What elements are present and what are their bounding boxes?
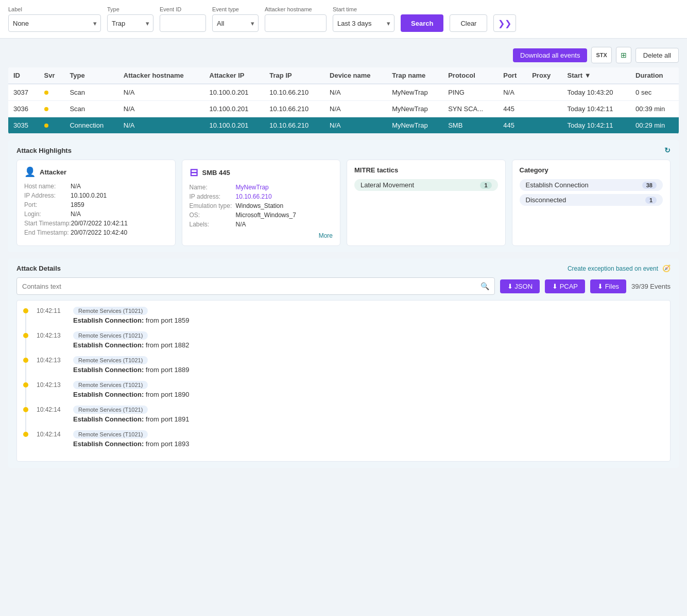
category-card-title: Category [520,166,548,174]
smb-field-row: Emulation type:Windows_Station [190,202,333,209]
label-select[interactable]: None [8,14,101,32]
attack-highlights: Attack Highlights ↻ 👤 Attacker Host name… [8,140,679,252]
cell-attacker_hostname: N/A [118,101,204,117]
cell-protocol: SYN SCA... [443,101,498,117]
clear-button[interactable]: Clear [450,14,487,32]
cell-duration: 00:29 min [630,117,679,134]
cell-start: Today 10:42:11 [562,101,631,117]
table-row[interactable]: 3036ScanN/A10.100.0.20110.10.66.210N/AMy… [8,101,679,117]
smb-fields: Name:MyNewTrapIP address:10.10.66.210Emu… [190,184,333,228]
severity-dot [44,107,48,111]
attacker-card: 👤 Attacker Host name:N/AIP Address:10.10… [16,160,176,246]
cell-attacker_hostname: N/A [118,117,204,134]
cell-trap_name: MyNewTrap [387,84,443,101]
excel-export-button[interactable]: ⊞ [616,47,631,63]
smb-field-value: Windows_Station [236,202,284,209]
attacker-field-label: Login: [24,210,71,218]
smb-field-row: Labels:N/A [190,221,333,228]
search-button[interactable]: Search [401,14,443,32]
event-id-filter-label: Event ID [160,6,206,12]
event-type-filter-label: Event type [212,6,259,12]
timeline-item: 10:42:13 Remote Services (T1021) Establi… [23,381,664,398]
timeline-event: Establish Connection: from port 1890 [73,391,189,398]
smb-icon: ⊟ [190,166,198,179]
timeline-item: 10:42:13 Remote Services (T1021) Establi… [23,356,664,374]
table-row[interactable]: 3035ConnectionN/A10.100.0.20110.10.66.21… [8,117,679,134]
type-select[interactable]: Trap [107,14,153,32]
attacker-field-value: 1859 [71,201,84,208]
event-id-input[interactable] [160,14,206,32]
timeline-dot [23,382,28,388]
attacker-hostname-input[interactable] [265,14,327,32]
smb-more-link[interactable]: More [190,232,333,239]
smb-field-row: OS:Microsoft_Windows_7 [190,212,333,219]
cell-device_name: N/A [324,117,387,134]
attacker-field-label: Start Timestamp: [24,220,71,227]
attacker-field-row: Start Timestamp:20/07/2022 10:42:11 [24,220,168,227]
stix-export-button[interactable]: STX [591,47,611,63]
timeline-time: 10:42:13 [37,381,65,398]
event-id-filter-group: Event ID [160,6,206,32]
cell-svr [39,84,65,101]
col-attacker-ip: Attacker IP [204,67,265,84]
event-type-filter-group: Event type All [212,6,259,32]
create-exception-link[interactable]: Create exception based on event [568,265,658,272]
timeline-line [25,363,26,382]
highlights-grid: 👤 Attacker Host name:N/AIP Address:10.10… [16,160,671,246]
col-trap-ip: Trap IP [264,67,324,84]
severity-dot [44,124,48,128]
refresh-icon[interactable]: ↻ [664,146,671,154]
table-header-row: ID Svr Type Attacker hostname Attacker I… [8,67,679,84]
table-row[interactable]: 3037ScanN/A10.100.0.20110.10.66.210N/AMy… [8,84,679,101]
pcap-download-button[interactable]: ⬇ PCAP [545,279,585,293]
attacker-field-value: 20/07/2022 10:42:11 [71,220,128,227]
delete-all-button[interactable]: Delete all [636,48,679,63]
cell-port: N/A [498,84,527,101]
category-card: Category Establish Connection38Disconnec… [512,160,671,246]
cell-trap_name: MyNewTrap [387,117,443,134]
files-download-button[interactable]: ⬇ Files [590,279,626,293]
smb-card: ⊟ SMB 445 Name:MyNewTrapIP address:10.10… [182,160,341,246]
mitre-card-header: MITRE tactics [354,166,498,174]
timeline-time: 10:42:11 [37,307,65,324]
timeline-content: Remote Services (T1021) Establish Connec… [73,356,664,374]
smb-card-title: SMB 445 [202,169,230,177]
cell-attacker_ip: 10.100.0.201 [204,101,265,117]
details-toolbar-right: Create exception based on event 🧭 [568,265,671,272]
attacker-field-row: Host name:N/A [24,183,168,190]
events-count: 39/39 Events [631,283,671,290]
cell-type: Connection [64,117,118,134]
timeline-line [25,388,26,407]
timeline-tag: Remote Services (T1021) [73,381,148,389]
category-badge: Disconnected1 [520,194,663,206]
attacker-fields: Host name:N/AIP Address:10.100.0.201Port… [24,183,168,236]
cell-svr [39,117,65,134]
search-icon: 🔍 [480,282,489,290]
cell-duration: 0 sec [630,84,679,101]
start-time-select[interactable]: Last 3 days [333,14,394,32]
details-search-input[interactable] [22,283,480,290]
severity-dot [44,91,48,95]
json-download-button[interactable]: ⬇ JSON [500,279,540,293]
category-label: Disconnected [526,196,566,204]
timeline-event: Establish Connection: from port 1882 [73,341,189,349]
attacker-card-title: Attacker [40,168,66,176]
mitre-tactic-label: Lateral Movement [360,181,414,189]
event-type-select[interactable]: All [212,14,259,32]
attacker-field-row: Login:N/A [24,210,168,218]
col-port: Port [498,67,527,84]
timeline-event: Establish Connection: from port 1891 [73,415,189,423]
cell-proxy [527,101,562,117]
col-svr: Svr [39,67,65,84]
label-select-wrapper: None [8,14,101,32]
download-all-events-button[interactable]: Download all events [513,48,587,62]
type-filter-group: Type Trap [107,6,153,32]
attacker-field-row: Port:1859 [24,201,168,208]
category-badge: Establish Connection38 [520,179,663,191]
attacker-field-value: 10.100.0.201 [71,192,107,199]
timeline-item: 10:42:14 Remote Services (T1021) Establi… [23,430,664,448]
label-filter-group: Label None [8,6,101,32]
more-filters-button[interactable]: ❯❯ [493,14,516,32]
attack-details: Attack Details Create exception based on… [8,258,679,468]
cell-trap_ip: 10.10.66.210 [264,117,324,134]
